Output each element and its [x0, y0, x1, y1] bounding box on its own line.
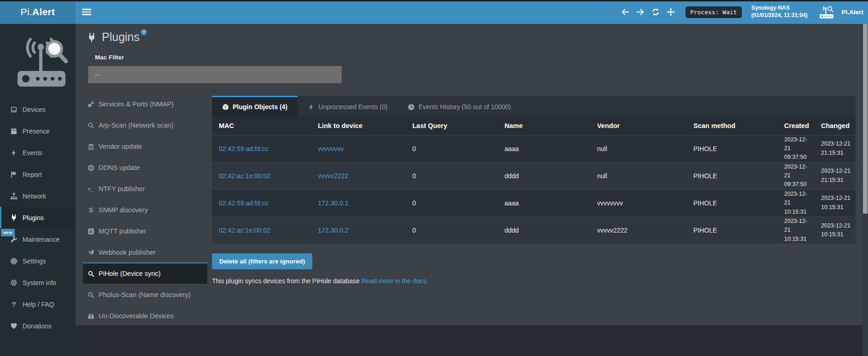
last-query-cell: 0	[405, 189, 498, 216]
app-name-label: Pi.Alert	[842, 9, 863, 16]
plugin-nav-item-ntfy-publisher[interactable]: >_NTFY publisher	[83, 178, 207, 199]
vertical-scrollbar	[862, 24, 868, 356]
sidebar-item-report[interactable]: Report	[0, 163, 76, 185]
column-header-mac: MAC	[212, 117, 311, 135]
clock-icon	[408, 104, 415, 111]
table-header-row: MAC Link to device Last Query Name Vendo…	[212, 117, 856, 135]
sidebar-item-network[interactable]: Network	[0, 185, 76, 207]
search-icon	[88, 122, 94, 129]
sidebar-item-devices[interactable]: Devices	[0, 99, 76, 120]
plugin-nav-item-ddns-update[interactable]: DDNS update	[83, 157, 207, 178]
maintenance-new-badge: NEW	[1, 229, 15, 236]
scan-method-cell: PIHOLE	[686, 162, 777, 189]
page-title: Plugins	[102, 30, 140, 44]
created-cell: 2023-12-21 09:37:50	[777, 135, 814, 162]
name-cell: aaaa	[498, 189, 590, 216]
created-cell: 2023-12-21 10:15:31	[777, 216, 814, 244]
brand-logo[interactable]: Pi.Alert	[0, 0, 76, 24]
search-icon	[88, 270, 94, 277]
tab-unprocessed-events[interactable]: Unprocessed Events (0)	[298, 96, 398, 117]
device-link[interactable]: 172.30.0.1	[318, 199, 348, 207]
delete-all-button[interactable]: Delete all (filters are ignored)	[212, 253, 312, 269]
sidebar-toggle-icon[interactable]	[82, 9, 91, 15]
cube-icon	[222, 104, 229, 111]
gear-icon	[10, 257, 18, 265]
last-query-cell: 0	[405, 162, 498, 189]
mac-link[interactable]: 02:42:ac:1e:00:02	[219, 227, 270, 234]
plugin-nav-item-vendor-update[interactable]: Vendor update	[83, 135, 207, 157]
mac-link[interactable]: 02:42:59:ad:fd:cc	[219, 145, 268, 152]
created-cell: 2023-12-21 09:37:50	[777, 162, 814, 189]
router-magnifier-logo-icon	[14, 35, 70, 94]
router-scan-icon	[819, 5, 835, 19]
tab-plugin-objects[interactable]: Plugin Objects (4)	[212, 96, 298, 117]
content-area: Plugins ? Mac Filter Services & Ports (N…	[76, 24, 868, 325]
plugin-nav-item-undiscoverable-devices[interactable]: Un-Discoverable Devices	[83, 305, 207, 326]
tab-bar: Plugin Objects (4) Unprocessed Events (0…	[212, 96, 856, 117]
name-cell: dddd	[498, 162, 590, 189]
last-query-cell: 0	[405, 216, 498, 244]
bank-icon	[88, 143, 94, 150]
plugin-description: This plugin syncs devices from the PiHol…	[212, 277, 856, 285]
device-link[interactable]: vvvvvvvv	[318, 145, 344, 152]
plugin-nav-item-snmp-discovery[interactable]: SSNMP discovery	[83, 199, 207, 220]
pialert-app-window: Pi.Alert Process: Wait Synology-NAS (01/…	[0, 0, 868, 356]
sidebar-item-events[interactable]: Events	[0, 142, 76, 163]
sidebar-item-plugins[interactable]: Plugins	[0, 207, 76, 228]
page-bottom-background	[76, 325, 868, 356]
flag-icon	[10, 171, 18, 178]
plugin-nav-item-arp-scan[interactable]: Arp-Scan (Network scan)	[83, 114, 207, 135]
mac-link[interactable]: 02:42:59:ad:fd:cc	[219, 199, 268, 207]
column-header-vendor: Vendor	[590, 117, 686, 135]
last-query-cell: 0	[405, 135, 498, 162]
sidebar-item-settings[interactable]: Settings	[0, 250, 76, 272]
host-name: Synology-NAS	[751, 5, 808, 12]
bolt-icon	[10, 149, 18, 157]
top-navbar: Pi.Alert Process: Wait Synology-NAS (01/…	[0, 0, 868, 24]
sitemap-icon	[10, 193, 18, 200]
move-arrows-icon[interactable]	[667, 8, 675, 16]
sidebar-item-help-faq[interactable]: ?Help / FAQ	[0, 293, 76, 315]
table-row: 02:42:59:ad:fd:cc vvvvvvvv 0 aaaa null P…	[212, 135, 856, 162]
help-badge[interactable]: ?	[141, 29, 147, 35]
plugin-nav: Services & Ports (NMAP) Arp-Scan (Networ…	[83, 93, 207, 347]
changed-cell: 2023-12-21 10:15:31	[814, 189, 856, 216]
plugin-nav-item-mqtt-publisher[interactable]: MQTT publisher	[83, 220, 207, 241]
plugin-nav-item-pholus-scan[interactable]: Pholus-Scan (Name discovery)	[83, 284, 207, 305]
topbar-right-group: Process: Wait Synology-NAS (01/01/2024, …	[621, 0, 863, 24]
globe-icon	[88, 164, 94, 171]
column-header-changed: Changed	[814, 117, 856, 135]
tab-events-history[interactable]: Events History (50 out of 10000)	[398, 96, 521, 117]
back-arrow-icon[interactable]	[621, 8, 629, 16]
heart-icon	[10, 322, 18, 330]
refresh-icon[interactable]	[651, 8, 660, 16]
read-more-docs-link[interactable]: Read more in the docs.	[362, 277, 428, 285]
column-header-scan-method: Scan method	[686, 117, 777, 135]
changed-cell: 2023-12-21 10:15:31	[814, 216, 856, 244]
sidebar-item-donations[interactable]: Donations	[0, 315, 76, 337]
mac-link[interactable]: 02:42:ac:1e:00:02	[219, 172, 270, 180]
mac-filter-input[interactable]	[88, 66, 342, 83]
page-title-row: Plugins ?	[87, 30, 147, 44]
vendor-cell: null	[590, 162, 686, 189]
wrench-icon	[10, 236, 18, 243]
plugin-nav-item-webhook-publisher[interactable]: Webhook publisher	[83, 241, 207, 263]
search-icon	[88, 292, 94, 298]
plugin-nav-item-pihole-device-sync[interactable]: PiHole (Device sync)	[83, 263, 207, 284]
binoculars-icon	[88, 313, 94, 320]
scrollbar-thumb[interactable]	[863, 24, 868, 214]
forward-arrow-icon[interactable]	[636, 8, 645, 16]
vendor-cell: vvvvvvvv	[590, 189, 686, 216]
table-row: 02:42:ac:1e:00:02 172.30.0.2 0 dddd vvvv…	[212, 216, 856, 244]
mac-filter-label: Mac Filter	[95, 54, 124, 61]
calendar-icon	[10, 128, 18, 135]
sidebar-logo	[0, 24, 76, 99]
sidebar-item-presence[interactable]: Presence	[0, 120, 76, 142]
device-link[interactable]: vvvvv2222	[318, 172, 348, 180]
chip-icon	[10, 279, 18, 286]
device-link[interactable]: 172.30.0.2	[318, 227, 348, 234]
plugin-nav-item-services-ports[interactable]: Services & Ports (NMAP)	[83, 93, 207, 114]
sidebar-item-system-info[interactable]: System info	[0, 272, 76, 293]
column-header-last-query: Last Query	[405, 117, 498, 135]
plug-icon	[87, 33, 97, 43]
